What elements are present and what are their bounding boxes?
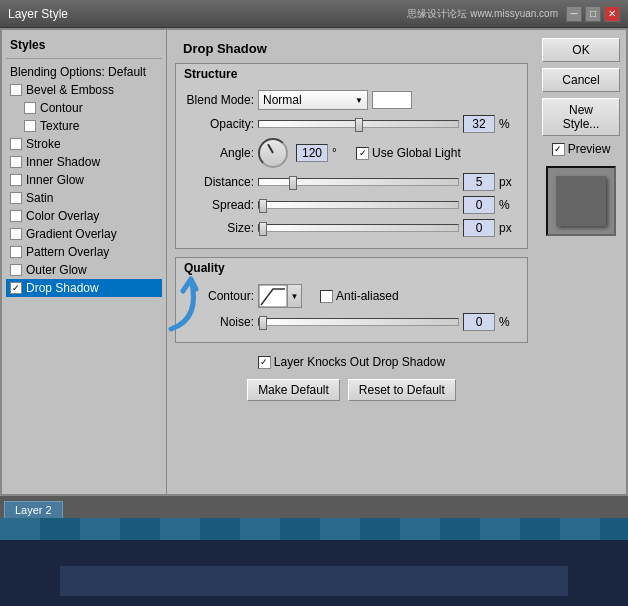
canvas-light-box — [60, 566, 568, 596]
sidebar-item-satin[interactable]: Satin — [6, 189, 162, 207]
sidebar-item-inner-shadow[interactable]: Inner Shadow — [6, 153, 162, 171]
sidebar-item-blending-options[interactable]: Blending Options: Default — [6, 63, 162, 81]
knock-out-label: Layer Knocks Out Drop Shadow — [274, 355, 445, 369]
blend-mode-value: Normal — [263, 93, 302, 107]
global-light-container: Use Global Light — [356, 146, 461, 160]
preview-checkbox[interactable] — [552, 143, 565, 156]
checkbox-color-overlay[interactable] — [10, 210, 22, 222]
distance-unit: px — [499, 175, 519, 189]
quality-title: Quality — [176, 258, 527, 278]
watermark: 思缘设计论坛 www.missyuan.com — [407, 7, 558, 21]
opacity-slider-track[interactable] — [258, 120, 459, 128]
quality-section: Quality Contour: ▼ — [175, 257, 528, 343]
distance-label: Distance: — [184, 175, 254, 189]
opacity-slider-thumb[interactable] — [355, 118, 363, 132]
canvas-tab-layer[interactable]: Layer 2 — [4, 501, 63, 518]
checkbox-inner-glow[interactable] — [10, 174, 22, 186]
sidebar-label-stroke: Stroke — [26, 137, 61, 151]
spread-input[interactable] — [463, 196, 495, 214]
sidebar-item-texture[interactable]: Texture — [6, 117, 162, 135]
contour-dropdown-arrow[interactable]: ▼ — [287, 285, 301, 307]
distance-slider-track[interactable] — [258, 178, 459, 186]
sidebar-label-outer-glow: Outer Glow — [26, 263, 87, 277]
ok-button[interactable]: OK — [542, 38, 620, 62]
sidebar-item-pattern-overlay[interactable]: Pattern Overlay — [6, 243, 162, 261]
contour-preview-icon — [259, 285, 287, 307]
use-global-light-checkbox[interactable] — [356, 147, 369, 160]
sidebar-item-contour[interactable]: Contour — [6, 99, 162, 117]
close-button[interactable]: ✕ — [604, 6, 620, 22]
distance-slider-thumb[interactable] — [289, 176, 297, 190]
contour-row: Contour: ▼ Anti-aliased — [184, 284, 519, 308]
opacity-unit: % — [499, 117, 519, 131]
size-slider-thumb[interactable] — [259, 222, 267, 236]
sidebar-label-pattern-overlay: Pattern Overlay — [26, 245, 109, 259]
spread-unit: % — [499, 198, 519, 212]
structure-section: Structure Blend Mode: Normal ▼ Opacity: — [175, 63, 528, 249]
size-input[interactable] — [463, 219, 495, 237]
distance-input[interactable] — [463, 173, 495, 191]
checkbox-satin[interactable] — [10, 192, 22, 204]
maximize-button[interactable]: □ — [585, 6, 601, 22]
sidebar-item-gradient-overlay[interactable]: Gradient Overlay — [6, 225, 162, 243]
sidebar-label-color-overlay: Color Overlay — [26, 209, 99, 223]
noise-slider-container — [258, 318, 459, 326]
distance-slider-container — [258, 178, 459, 186]
contour-label: Contour: — [184, 289, 254, 303]
canvas-tabs: Layer 2 — [0, 496, 628, 518]
sidebar-label-gradient-overlay: Gradient Overlay — [26, 227, 117, 241]
sidebar-item-inner-glow[interactable]: Inner Glow — [6, 171, 162, 189]
sidebar-item-stroke[interactable]: Stroke — [6, 135, 162, 153]
noise-slider-thumb[interactable] — [259, 316, 267, 330]
anti-aliased-label: Anti-aliased — [336, 289, 399, 303]
sidebar-label-texture: Texture — [40, 119, 79, 133]
sidebar-item-drop-shadow[interactable]: Drop Shadow — [6, 279, 162, 297]
title-bar: Layer Style 思缘设计论坛 www.missyuan.com ─ □ … — [0, 0, 628, 28]
right-buttons-panel: OK Cancel New Style... Preview — [536, 30, 626, 494]
knock-out-checkbox[interactable] — [258, 356, 271, 369]
checkbox-bevel-emboss[interactable] — [10, 84, 22, 96]
opacity-input[interactable] — [463, 115, 495, 133]
opacity-label: Opacity: — [184, 117, 254, 131]
blend-mode-dropdown[interactable]: Normal ▼ — [258, 90, 368, 110]
canvas-stripe — [0, 518, 628, 540]
checkbox-inner-shadow[interactable] — [10, 156, 22, 168]
angle-input[interactable] — [296, 144, 328, 162]
noise-input[interactable] — [463, 313, 495, 331]
contour-dropdown[interactable]: ▼ — [258, 284, 302, 308]
drop-shadow-title: Drop Shadow — [175, 38, 528, 59]
spread-slider-track[interactable] — [258, 201, 459, 209]
dialog-body: Styles Blending Options: Default Bevel &… — [0, 28, 628, 496]
cancel-button[interactable]: Cancel — [542, 68, 620, 92]
noise-unit: % — [499, 315, 519, 329]
reset-default-button[interactable]: Reset to Default — [348, 379, 456, 401]
new-style-button[interactable]: New Style... — [542, 98, 620, 136]
styles-sidebar: Styles Blending Options: Default Bevel &… — [2, 30, 167, 494]
layer-style-dialog: Styles Blending Options: Default Bevel &… — [0, 28, 628, 606]
blend-mode-color-swatch[interactable] — [372, 91, 412, 109]
checkbox-contour[interactable] — [24, 102, 36, 114]
minimize-button[interactable]: ─ — [566, 6, 582, 22]
checkbox-stroke[interactable] — [10, 138, 22, 150]
checkbox-outer-glow[interactable] — [10, 264, 22, 276]
size-slider-container — [258, 224, 459, 232]
checkbox-gradient-overlay[interactable] — [10, 228, 22, 240]
knock-out-row: Layer Knocks Out Drop Shadow — [175, 351, 528, 373]
anti-aliased-checkbox[interactable] — [320, 290, 333, 303]
spread-row: Spread: % — [184, 196, 519, 214]
sidebar-item-bevel-emboss[interactable]: Bevel & Emboss — [6, 81, 162, 99]
checkbox-texture[interactable] — [24, 120, 36, 132]
spread-slider-thumb[interactable] — [259, 199, 267, 213]
sidebar-item-outer-glow[interactable]: Outer Glow — [6, 261, 162, 279]
make-default-button[interactable]: Make Default — [247, 379, 340, 401]
dropdown-arrow-icon: ▼ — [355, 96, 363, 105]
canvas-content — [0, 518, 628, 606]
structure-content: Blend Mode: Normal ▼ Opacity: — [176, 84, 527, 248]
sidebar-label-drop-shadow: Drop Shadow — [26, 281, 99, 295]
size-slider-track[interactable] — [258, 224, 459, 232]
angle-dial[interactable] — [258, 138, 288, 168]
sidebar-item-color-overlay[interactable]: Color Overlay — [6, 207, 162, 225]
checkbox-drop-shadow[interactable] — [10, 282, 22, 294]
noise-slider-track[interactable] — [258, 318, 459, 326]
checkbox-pattern-overlay[interactable] — [10, 246, 22, 258]
